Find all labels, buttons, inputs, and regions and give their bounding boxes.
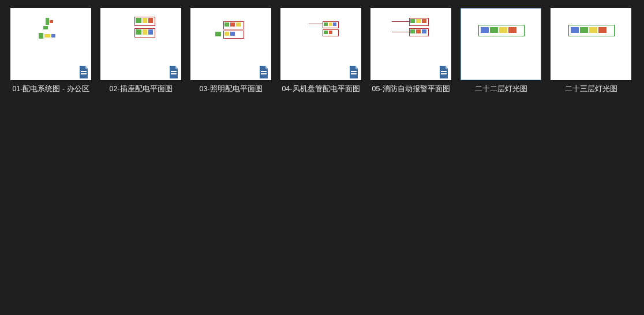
svg-rect-3 bbox=[171, 73, 177, 74]
svg-rect-0 bbox=[81, 71, 87, 72]
file-thumbnail bbox=[370, 8, 451, 80]
file-label: 05-消防自动报警平面图 bbox=[372, 84, 450, 94]
file-label: 二十三层灯光图 bbox=[565, 84, 617, 94]
svg-rect-6 bbox=[351, 71, 357, 72]
svg-rect-9 bbox=[441, 73, 447, 74]
dwg-file-icon bbox=[78, 66, 89, 78]
file-item[interactable]: 05-消防自动报警平面图 bbox=[370, 8, 451, 94]
file-thumbnail bbox=[460, 8, 541, 80]
file-item[interactable]: 03-照明配电平面图 bbox=[190, 8, 271, 94]
dwg-file-icon bbox=[168, 66, 179, 78]
file-label: 01-配电系统图 - 办公区 bbox=[12, 84, 89, 94]
file-item[interactable]: 02-插座配电平面图 bbox=[100, 8, 181, 94]
file-label: 04-风机盘管配电平面图 bbox=[282, 84, 360, 94]
svg-rect-5 bbox=[261, 73, 267, 74]
svg-rect-8 bbox=[441, 71, 447, 72]
file-gallery: 01-配电系统图 - 办公区 02-插座配电平面图 bbox=[0, 0, 644, 102]
file-thumbnail bbox=[10, 8, 91, 80]
svg-rect-7 bbox=[351, 73, 357, 74]
file-item[interactable]: 二十三层灯光图 bbox=[551, 8, 631, 94]
file-label: 二十二层灯光图 bbox=[475, 84, 527, 94]
dwg-file-icon bbox=[348, 66, 360, 78]
file-label: 02-插座配电平面图 bbox=[109, 84, 172, 94]
svg-rect-2 bbox=[171, 71, 177, 72]
file-thumbnail bbox=[100, 8, 181, 80]
svg-rect-1 bbox=[81, 73, 87, 74]
file-item[interactable]: 二十二层灯光图 bbox=[460, 8, 541, 94]
file-thumbnail bbox=[280, 8, 361, 80]
file-item[interactable]: 04-风机盘管配电平面图 bbox=[280, 8, 361, 94]
dwg-file-icon bbox=[438, 66, 450, 78]
file-label: 03-照明配电平面图 bbox=[199, 84, 262, 94]
file-thumbnail bbox=[551, 8, 631, 80]
dwg-file-icon bbox=[258, 66, 269, 78]
svg-rect-4 bbox=[261, 71, 267, 72]
file-item[interactable]: 01-配电系统图 - 办公区 bbox=[10, 8, 91, 94]
file-thumbnail bbox=[190, 8, 271, 80]
